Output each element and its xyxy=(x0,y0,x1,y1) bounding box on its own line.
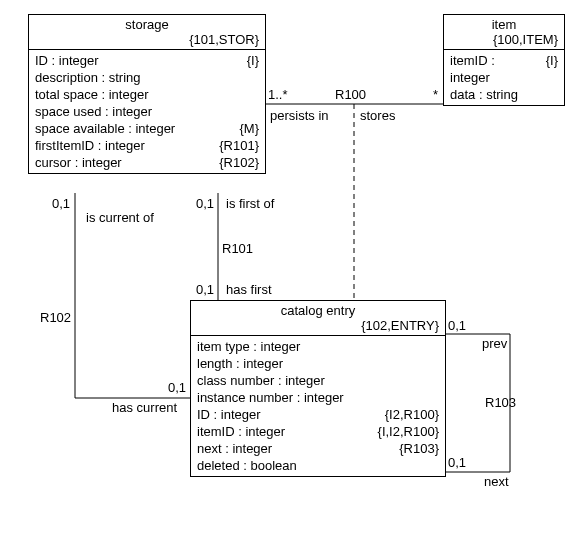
r101-top-role: is first of xyxy=(226,196,274,211)
attr-row: ID : integer{I2,R100} xyxy=(197,406,439,423)
attr-row: deleted : boolean xyxy=(197,457,439,474)
class-item-title: item {100,ITEM} xyxy=(444,15,564,50)
r103-top-mult: 0,1 xyxy=(448,318,466,333)
r100-role-right: stores xyxy=(360,108,395,123)
class-stereotype: {102,ENTRY} xyxy=(197,318,439,333)
assoc-r101-name: R101 xyxy=(222,241,253,256)
r101-bot-role: has first xyxy=(226,282,272,297)
attr-row: itemID : integer{I,I2,R100} xyxy=(197,423,439,440)
attr-row: class number : integer xyxy=(197,372,439,389)
r102-top-mult: 0,1 xyxy=(52,196,70,211)
attr-row: total space : integer xyxy=(35,86,259,103)
attr-row: space available : integer{M} xyxy=(35,120,259,137)
r101-bot-mult: 0,1 xyxy=(196,282,214,297)
uml-diagram: { "classes": { "storage": { "name": "sto… xyxy=(0,0,569,540)
class-name: storage xyxy=(35,17,259,32)
attr-row: data : string xyxy=(450,86,558,103)
attr-row: next : integer{R103} xyxy=(197,440,439,457)
attr-row: item type : integer xyxy=(197,338,439,355)
class-catalog-title: catalog entry {102,ENTRY} xyxy=(191,301,445,336)
r103-bot-role: next xyxy=(484,474,509,489)
class-stereotype: {100,ITEM} xyxy=(450,32,558,47)
attr-row: length : integer xyxy=(197,355,439,372)
r100-role-left: persists in xyxy=(270,108,329,123)
class-item-attrs: itemID : integer{I} data : string xyxy=(444,50,564,105)
class-storage: storage {101,STOR} ID : integer{I} descr… xyxy=(28,14,266,174)
r101-top-mult: 0,1 xyxy=(196,196,214,211)
attr-row: firstItemID : integer{R101} xyxy=(35,137,259,154)
class-stereotype: {101,STOR} xyxy=(35,32,259,47)
attr-row: space used : integer xyxy=(35,103,259,120)
r102-top-role: is current of xyxy=(86,210,154,225)
class-storage-attrs: ID : integer{I} description : string tot… xyxy=(29,50,265,173)
assoc-r103-name: R103 xyxy=(485,395,516,410)
attr-row: description : string xyxy=(35,69,259,86)
r103-bot-mult: 0,1 xyxy=(448,455,466,470)
r102-bot-mult: 0,1 xyxy=(168,380,186,395)
class-catalog-entry: catalog entry {102,ENTRY} item type : in… xyxy=(190,300,446,477)
attr-row: instance number : integer xyxy=(197,389,439,406)
class-name: catalog entry xyxy=(197,303,439,318)
class-name: item xyxy=(450,17,558,32)
attr-row: ID : integer{I} xyxy=(35,52,259,69)
attr-row: itemID : integer{I} xyxy=(450,52,558,86)
r103-top-role: prev xyxy=(482,336,507,351)
assoc-r100-name: R100 xyxy=(335,87,366,102)
class-catalog-attrs: item type : integer length : integer cla… xyxy=(191,336,445,476)
class-storage-title: storage {101,STOR} xyxy=(29,15,265,50)
attr-row: cursor : integer{R102} xyxy=(35,154,259,171)
r102-bot-role: has current xyxy=(112,400,177,415)
r100-mult-right: * xyxy=(433,87,438,102)
class-item: item {100,ITEM} itemID : integer{I} data… xyxy=(443,14,565,106)
r100-mult-left: 1..* xyxy=(268,87,288,102)
assoc-r102-name: R102 xyxy=(40,310,71,325)
